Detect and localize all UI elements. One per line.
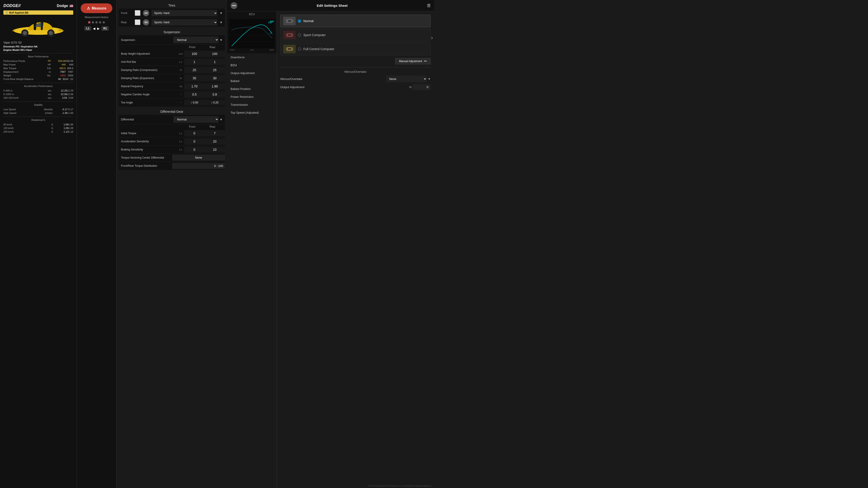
dodge-label: Dodge 🇺🇸: [57, 4, 73, 8]
speed-row: 100-150 km/h sec. 3.59 3.59: [3, 96, 73, 100]
r1000-val: 22.06: [53, 92, 67, 96]
front-col-header: Front: [182, 46, 202, 49]
damping-exp-unit: %: [178, 77, 184, 79]
damping-exp-row: Damping Ratio (Expansion) % 35 30: [119, 74, 225, 82]
history-dot-4: [99, 21, 101, 24]
nitrous-select[interactable]: None: [386, 76, 427, 82]
ecu-option-sport[interactable]: Sport Computer: [280, 29, 431, 41]
menu-icon[interactable]: ☰: [427, 3, 431, 8]
left-panel: DODGE// Dodge 🇺🇸 ⚖️ BoP Applied (M): [0, 0, 77, 244]
damping-comp-rear-val: 25: [205, 67, 225, 73]
tire-front-badge: SH: [143, 10, 149, 16]
drivetrain-label: Drivetrain: [3, 45, 15, 48]
pp-label: Performance Points: [3, 59, 38, 63]
settings-item-downforce[interactable]: Downforce: [227, 53, 277, 61]
ecu-option-full[interactable]: Full Control Computer: [280, 43, 431, 55]
damping-comp-row: Damping Ratio (Compression) % 25 25: [119, 66, 225, 74]
diff-select[interactable]: Normal: [174, 116, 219, 123]
settings-item-top-speed[interactable]: Top Speed (Adjusted): [227, 109, 277, 117]
tire-rear-label: Rear: [121, 21, 132, 24]
maxtorque-measured: 489.6: [66, 66, 73, 70]
next-arrow-button[interactable]: ▶: [97, 27, 100, 30]
rpm-end: 6500: [270, 49, 274, 51]
measure-label: Measure: [92, 6, 106, 10]
torque-dist-label: Front/Rear Torque Distribution: [119, 163, 172, 169]
output-adj-unit: %: [409, 86, 412, 89]
manual-adjustment-button[interactable]: Manual Adjustment •••: [395, 58, 431, 64]
settings-item-output[interactable]: Output Adjustment: [227, 69, 277, 77]
ecu-label: ECU: [230, 64, 237, 67]
maxpower-measured: 448: [66, 63, 73, 66]
output-adj-label: Output Adjustment: [230, 71, 255, 75]
r400-measured: 12.29: [67, 89, 73, 92]
neg-camber-front-val: 0.5: [184, 91, 205, 98]
settings-item-ballast[interactable]: Ballast: [227, 77, 277, 85]
ecu-sport-label: Sport Computer: [303, 33, 326, 37]
options-right-arrow[interactable]: ›: [431, 35, 433, 41]
output-adj-val: 0: [412, 84, 431, 90]
ecu-graph: 448 hp 448: [229, 19, 275, 48]
svg-rect-27: [288, 48, 291, 50]
warning-icon: ⚠: [87, 6, 90, 10]
ecu-sport-radio: [298, 33, 301, 37]
toe-unit: °: [178, 101, 184, 104]
pp-prefix: PP: [38, 59, 51, 63]
suspension-chevron: ▼: [219, 38, 223, 42]
s60-val: 1.06: [54, 123, 68, 126]
bop-badge: ⚖️ BoP Applied (M): [3, 10, 73, 15]
car-image: [3, 17, 73, 39]
s240-val: 1.13: [54, 130, 68, 133]
suspension-col-headers: Front Rear: [119, 45, 225, 50]
settings-item-ballast-pos[interactable]: Ballast Position: [227, 85, 277, 93]
accel-performance-table: 0-400 m sec. 12.29 12.29 0-1000 m sec. 2…: [3, 89, 73, 100]
toe-values: ↕ 0.00 ↕ 0.20: [184, 100, 225, 105]
s120-val: 1.09: [54, 126, 68, 130]
s60-measured: 1.06: [68, 123, 73, 126]
high-speed-note: (Under): [38, 111, 53, 115]
suspension-label: Suspension: [121, 38, 174, 41]
r1000-unit: sec.: [38, 92, 53, 96]
differential-group: Differential Normal ▼ Front Rear Initial…: [119, 115, 225, 170]
body-height-values: 100 100: [184, 51, 225, 57]
rear-col-header: Rear: [202, 46, 223, 49]
antiroll-label: Anti-Roll Bar: [119, 59, 178, 65]
s120-label: 120 km/h: [3, 126, 39, 130]
nitrous-label: Nitrous/Overtake: [280, 77, 386, 80]
brake-sens-rear-val: 10: [205, 147, 225, 153]
high-speed-val: -1.00: [53, 111, 68, 115]
ecu-sport-svg: [285, 32, 294, 38]
transmission-label: Transmission: [230, 103, 248, 106]
settings-item-ecu[interactable]: ECU: [227, 61, 277, 69]
tire-front-select[interactable]: Sports: Hard: [151, 10, 217, 16]
ecu-normal-label: Normal: [303, 19, 313, 23]
ecu-graph-svg: 448 hp: [229, 19, 275, 48]
speed-unit: sec.: [38, 96, 53, 100]
measure-button[interactable]: ⚠ Measure: [81, 3, 112, 13]
settings-item-power-rest[interactable]: Power Restriction: [227, 93, 277, 101]
pp-val: 558.06: [51, 59, 66, 63]
natural-freq-row: Natural Frequency Hz 1.70 1.90: [119, 82, 225, 90]
prev-arrow-button[interactable]: ◀: [93, 27, 95, 30]
r1-badge: R1: [101, 26, 108, 31]
brake-sens-row: Braking Sensitivity Lv. 0 10: [119, 145, 225, 154]
ecu-option-normal[interactable]: Normal: [280, 15, 431, 27]
tire-front-row: Front ⬜ SH Sports: Hard ▼: [119, 8, 225, 18]
tire-rear-select[interactable]: Sports: Hard: [151, 19, 217, 26]
output-adj-row: Output Adjustment % 0: [280, 84, 431, 90]
nitrous-row: Nitrous/Overtake None ▼: [280, 76, 431, 82]
measure-section: ⚠ Measure Measurement History L1 ◀ ▶ R1: [77, 0, 116, 244]
rpm-start: 1000: [230, 49, 235, 51]
s240-unit: G: [39, 130, 54, 133]
speed-measured: 3.59: [67, 96, 73, 100]
max-hp-label: 448: [270, 20, 274, 23]
settings-item-transmission[interactable]: Transmission: [227, 101, 277, 109]
tires-section-header: Tires: [119, 2, 225, 8]
toe-angle-row: Toe Angle ° ↕ 0.00 ↕ 0.20: [119, 98, 225, 107]
body-height-label: Body Height Adjustment: [119, 51, 178, 57]
l1-badge: L1: [84, 26, 91, 31]
suspension-select[interactable]: Normal: [174, 37, 219, 43]
s120-unit: G: [39, 126, 54, 130]
drivetrain-val: FR: [16, 45, 19, 48]
suspension-group: Suspension Normal ▼ Front Rear Body Heig…: [119, 35, 225, 107]
settings-avatar: •••: [230, 2, 237, 9]
